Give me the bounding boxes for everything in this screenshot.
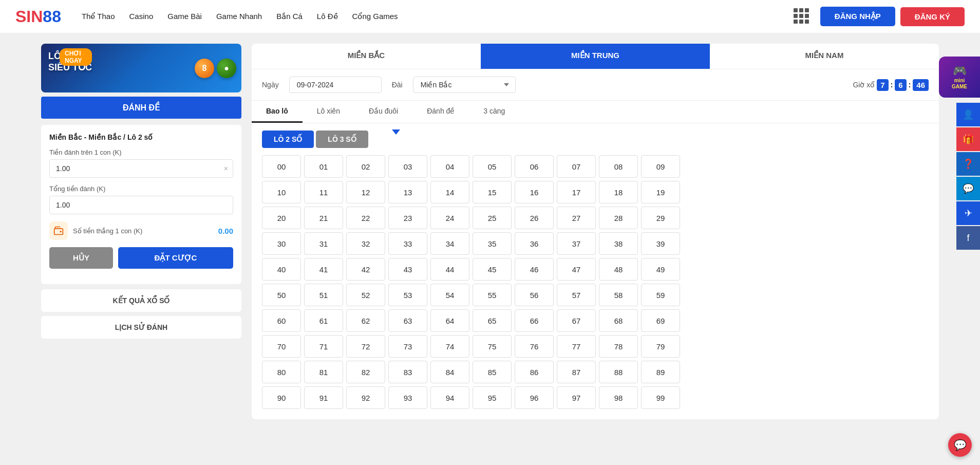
- float-user-btn[interactable]: 👤: [956, 103, 980, 126]
- num-cell-53[interactable]: 53: [388, 284, 427, 306]
- dat-cuoc-button[interactable]: ĐẶT CƯỢC: [118, 247, 233, 269]
- num-cell-31[interactable]: 31: [304, 232, 343, 255]
- num-cell-89[interactable]: 89: [641, 361, 680, 383]
- num-cell-86[interactable]: 86: [515, 361, 554, 383]
- tab-region-mien-trung[interactable]: MIỀN TRUNG: [481, 44, 710, 69]
- bet-type-3-cang[interactable]: 3 càng: [469, 101, 519, 123]
- bet-type-bao-lo[interactable]: Bao lô: [252, 101, 303, 123]
- banner[interactable]: LÔ ĐỀ SIÊU TỐC CHƠI NGAY 8 ●: [41, 44, 241, 92]
- num-cell-58[interactable]: 58: [599, 284, 638, 306]
- num-cell-06[interactable]: 06: [515, 155, 554, 178]
- num-cell-42[interactable]: 42: [346, 258, 385, 281]
- num-cell-05[interactable]: 05: [473, 155, 512, 178]
- num-cell-19[interactable]: 19: [641, 181, 680, 203]
- bet-type-lo-xien[interactable]: Lô xiên: [303, 101, 354, 123]
- nav-item-cong-games[interactable]: Cổng Games: [352, 12, 398, 21]
- nav-item-casino[interactable]: Casino: [129, 12, 154, 21]
- num-cell-92[interactable]: 92: [346, 386, 385, 409]
- date-input[interactable]: [289, 77, 382, 93]
- grid-icon[interactable]: [794, 8, 810, 25]
- nav-item-the-thao[interactable]: Thể Thao: [82, 12, 115, 21]
- num-cell-97[interactable]: 97: [557, 386, 596, 409]
- nav-item-lo-de[interactable]: Lô Đề: [317, 12, 338, 21]
- num-cell-11[interactable]: 11: [304, 181, 343, 203]
- num-cell-68[interactable]: 68: [599, 309, 638, 332]
- num-cell-37[interactable]: 37: [557, 232, 596, 255]
- num-cell-32[interactable]: 32: [346, 232, 385, 255]
- num-type-lo-2-so[interactable]: LÔ 2 SỐ: [262, 131, 314, 148]
- num-cell-44[interactable]: 44: [430, 258, 469, 281]
- tab-region-mien-nam[interactable]: MIỀN NAM: [710, 44, 939, 69]
- num-cell-65[interactable]: 65: [473, 309, 512, 332]
- num-cell-80[interactable]: 80: [262, 361, 301, 383]
- num-cell-71[interactable]: 71: [304, 335, 343, 358]
- num-cell-82[interactable]: 82: [346, 361, 385, 383]
- float-chat-btn[interactable]: 💬: [956, 177, 980, 200]
- num-cell-67[interactable]: 67: [557, 309, 596, 332]
- num-cell-18[interactable]: 18: [599, 181, 638, 203]
- ket-qua-accordion[interactable]: KẾT QUẢ XỔ SỐ: [41, 289, 241, 312]
- num-cell-39[interactable]: 39: [641, 232, 680, 255]
- num-cell-26[interactable]: 26: [515, 207, 554, 229]
- num-cell-12[interactable]: 12: [346, 181, 385, 203]
- tien-danh-input[interactable]: [49, 159, 233, 178]
- float-gift-btn[interactable]: 🎁: [956, 127, 980, 151]
- num-cell-56[interactable]: 56: [515, 284, 554, 306]
- num-cell-47[interactable]: 47: [557, 258, 596, 281]
- num-cell-96[interactable]: 96: [515, 386, 554, 409]
- tong-tien-input[interactable]: [49, 196, 233, 214]
- num-cell-03[interactable]: 03: [388, 155, 427, 178]
- num-cell-77[interactable]: 77: [557, 335, 596, 358]
- num-cell-69[interactable]: 69: [641, 309, 680, 332]
- num-cell-54[interactable]: 54: [430, 284, 469, 306]
- num-cell-04[interactable]: 04: [430, 155, 469, 178]
- num-cell-81[interactable]: 81: [304, 361, 343, 383]
- num-cell-72[interactable]: 72: [346, 335, 385, 358]
- tien-danh-clear-icon[interactable]: ×: [224, 164, 228, 173]
- num-cell-85[interactable]: 85: [473, 361, 512, 383]
- bet-type-danh-de[interactable]: Đánh đề: [412, 101, 469, 123]
- num-cell-38[interactable]: 38: [599, 232, 638, 255]
- num-cell-57[interactable]: 57: [557, 284, 596, 306]
- num-cell-48[interactable]: 48: [599, 258, 638, 281]
- nav-item-game-nhanh[interactable]: Game Nhanh: [216, 12, 262, 21]
- num-cell-61[interactable]: 61: [304, 309, 343, 332]
- num-cell-21[interactable]: 21: [304, 207, 343, 229]
- banner-choi-ngay[interactable]: CHƠI NGAY: [60, 48, 92, 66]
- num-cell-15[interactable]: 15: [473, 181, 512, 203]
- num-cell-29[interactable]: 29: [641, 207, 680, 229]
- num-cell-25[interactable]: 25: [473, 207, 512, 229]
- num-cell-60[interactable]: 60: [262, 309, 301, 332]
- num-cell-09[interactable]: 09: [641, 155, 680, 178]
- num-cell-73[interactable]: 73: [388, 335, 427, 358]
- num-cell-64[interactable]: 64: [430, 309, 469, 332]
- num-cell-00[interactable]: 00: [262, 155, 301, 178]
- nav-item-ban-ca[interactable]: Bắn Cá: [276, 12, 303, 21]
- float-help-btn[interactable]: ❓: [956, 152, 980, 176]
- logo[interactable]: SIN88: [15, 7, 61, 26]
- dai-select[interactable]: Miền BắcMiền TrungMiền Nam: [413, 77, 516, 93]
- num-cell-22[interactable]: 22: [346, 207, 385, 229]
- num-cell-95[interactable]: 95: [473, 386, 512, 409]
- nav-item-game-bai[interactable]: Game Bài: [167, 12, 202, 21]
- num-cell-41[interactable]: 41: [304, 258, 343, 281]
- num-cell-23[interactable]: 23: [388, 207, 427, 229]
- num-cell-55[interactable]: 55: [473, 284, 512, 306]
- num-cell-76[interactable]: 76: [515, 335, 554, 358]
- num-cell-45[interactable]: 45: [473, 258, 512, 281]
- num-cell-30[interactable]: 30: [262, 232, 301, 255]
- num-cell-66[interactable]: 66: [515, 309, 554, 332]
- num-cell-35[interactable]: 35: [473, 232, 512, 255]
- register-button[interactable]: ĐĂNG KÝ: [900, 7, 965, 26]
- num-cell-51[interactable]: 51: [304, 284, 343, 306]
- num-cell-40[interactable]: 40: [262, 258, 301, 281]
- num-cell-10[interactable]: 10: [262, 181, 301, 203]
- num-cell-27[interactable]: 27: [557, 207, 596, 229]
- num-cell-16[interactable]: 16: [515, 181, 554, 203]
- num-cell-63[interactable]: 63: [388, 309, 427, 332]
- num-cell-08[interactable]: 08: [599, 155, 638, 178]
- num-cell-88[interactable]: 88: [599, 361, 638, 383]
- login-button[interactable]: ĐĂNG NHẬP: [820, 7, 895, 26]
- tab-region-mien-bac[interactable]: MIỀN BẮC: [252, 44, 481, 69]
- num-cell-87[interactable]: 87: [557, 361, 596, 383]
